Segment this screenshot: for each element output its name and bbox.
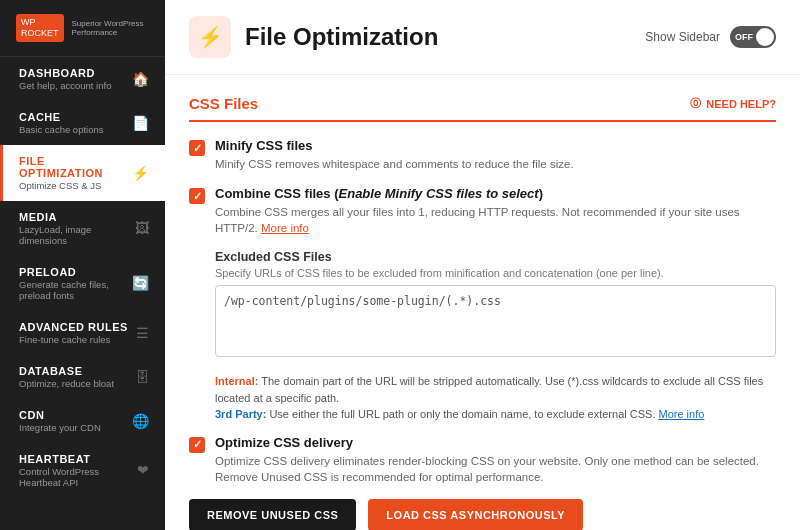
sidebar-item-cdn[interactable]: CDN Integrate your CDN 🌐 bbox=[0, 399, 165, 443]
minify-css-label: Minify CSS files bbox=[215, 138, 574, 153]
need-help-link[interactable]: ⓪ NEED HELP? bbox=[690, 96, 776, 111]
media-icon: 🖼 bbox=[135, 220, 149, 236]
logo-tagline: Superior WordPress Performance bbox=[72, 19, 149, 37]
toggle-off-label: OFF bbox=[735, 32, 753, 42]
help-icon: ⓪ bbox=[690, 96, 701, 111]
combine-css-option: Combine CSS files (Enable Minify CSS fil… bbox=[189, 186, 776, 236]
minify-css-checkbox[interactable] bbox=[189, 140, 205, 156]
action-buttons: REMOVE UNUSED CSS LOAD CSS ASYNCHRONOUSL… bbox=[189, 499, 776, 530]
sidebar-item-file-optimization[interactable]: FILE OPTIMIZATION Optimize CSS & JS ⚡ bbox=[0, 145, 165, 201]
sidebar-item-preload[interactable]: PRELOAD Generate cache files, preload fo… bbox=[0, 256, 165, 311]
3rdparty-label: 3rd Party: bbox=[215, 408, 266, 420]
3rdparty-more-info[interactable]: More info bbox=[659, 408, 705, 420]
internal-label: Internal: bbox=[215, 375, 258, 387]
section-header: CSS Files ⓪ NEED HELP? bbox=[189, 95, 776, 122]
minify-css-desc: Minify CSS removes whitespace and commen… bbox=[215, 156, 574, 172]
optimize-css-label: Optimize CSS delivery bbox=[215, 435, 776, 450]
cdn-icon: 🌐 bbox=[132, 413, 149, 429]
sidebar-toggle-label: Show Sidebar bbox=[645, 30, 720, 44]
sidebar-item-database[interactable]: DATABASE Optimize, reduce bloat 🗄 bbox=[0, 355, 165, 399]
sidebar-item-cache[interactable]: CACHE Basic cache options 📄 bbox=[0, 101, 165, 145]
remove-unused-css-button[interactable]: REMOVE UNUSED CSS bbox=[189, 499, 356, 530]
toggle-knob bbox=[756, 28, 774, 46]
logo-badge: WP ROCKET bbox=[16, 14, 64, 42]
load-css-async-button[interactable]: LOAD CSS ASYNCHRONOUSLY bbox=[368, 499, 583, 530]
sidebar-item-media[interactable]: MEDIA LazyLoad, image dimensions 🖼 bbox=[0, 201, 165, 256]
database-icon: 🗄 bbox=[135, 369, 149, 385]
optimize-css-desc: Optimize CSS delivery eliminates render-… bbox=[215, 453, 776, 485]
heartbeat-icon: ❤ bbox=[137, 462, 149, 478]
main-panel: ⚡ File Optimization Show Sidebar OFF CSS… bbox=[165, 0, 800, 530]
page-title: File Optimization bbox=[245, 23, 438, 51]
header-icon: ⚡ bbox=[189, 16, 231, 58]
optimize-css-checkbox[interactable] bbox=[189, 437, 205, 453]
combine-css-label: Combine CSS files (Enable Minify CSS fil… bbox=[215, 186, 776, 201]
advanced-rules-icon: ☰ bbox=[136, 325, 149, 341]
combine-css-more-info[interactable]: More info bbox=[261, 222, 309, 234]
excluded-sublabel: Specify URLs of CSS files to be excluded… bbox=[215, 267, 776, 279]
minify-css-option: Minify CSS files Minify CSS removes whit… bbox=[189, 138, 776, 172]
excluded-textarea[interactable]: /wp-content/plugins/some-plugin/(.*).css bbox=[215, 285, 776, 357]
page-header: ⚡ File Optimization Show Sidebar OFF bbox=[165, 0, 800, 75]
info-text: Internal: The domain part of the URL wil… bbox=[215, 373, 776, 423]
dashboard-icon: 🏠 bbox=[132, 71, 149, 87]
sidebar-nav: DASHBOARD Get help, account info 🏠 CACHE… bbox=[0, 57, 165, 530]
optimize-css-option: Optimize CSS delivery Optimize CSS deliv… bbox=[189, 435, 776, 485]
combine-css-desc: Combine CSS merges all your files into 1… bbox=[215, 204, 776, 236]
sidebar-item-heartbeat[interactable]: HEARTBEAT Control WordPress Heartbeat AP… bbox=[0, 443, 165, 498]
combine-css-checkbox[interactable] bbox=[189, 188, 205, 204]
file-optimization-icon: ⚡ bbox=[132, 165, 149, 181]
sidebar-item-dashboard[interactable]: DASHBOARD Get help, account info 🏠 bbox=[0, 57, 165, 101]
preload-icon: 🔄 bbox=[132, 275, 149, 291]
logo: WP ROCKET Superior WordPress Performance bbox=[0, 0, 165, 57]
excluded-label: Excluded CSS Files bbox=[215, 250, 776, 264]
content-area: CSS Files ⓪ NEED HELP? Minify CSS files … bbox=[165, 75, 800, 530]
section-title: CSS Files bbox=[189, 95, 258, 112]
sidebar-item-advanced-rules[interactable]: ADVANCED RULES Fine-tune cache rules ☰ bbox=[0, 311, 165, 355]
sidebar-toggle[interactable]: OFF bbox=[730, 26, 776, 48]
cache-icon: 📄 bbox=[132, 115, 149, 131]
excluded-css-section: Excluded CSS Files Specify URLs of CSS f… bbox=[215, 250, 776, 361]
sidebar: WP ROCKET Superior WordPress Performance… bbox=[0, 0, 165, 530]
